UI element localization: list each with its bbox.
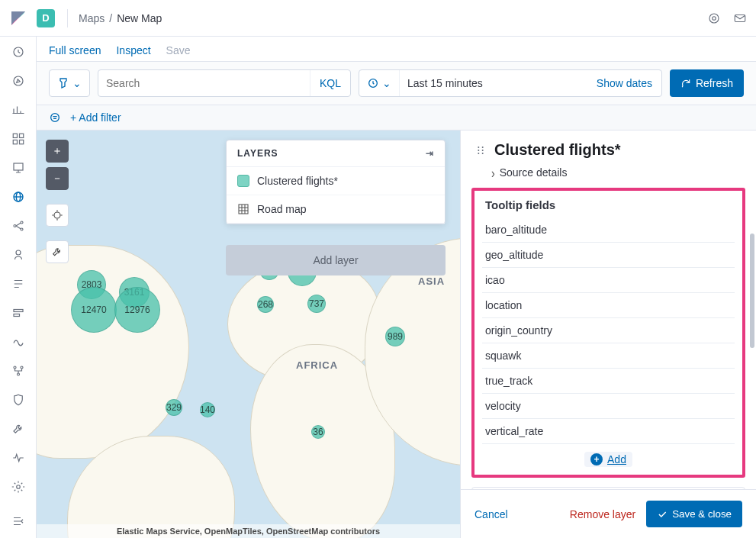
geo-label-africa: AFRICA — [296, 359, 338, 371]
breadcrumb-root[interactable]: Maps — [79, 12, 105, 24]
svg-point-28 — [478, 153, 479, 154]
zoom-out-button[interactable]: － — [46, 167, 69, 190]
svg-point-29 — [482, 147, 484, 148]
svg-point-14 — [21, 228, 23, 230]
tooltip-field-item[interactable]: true_track — [482, 369, 735, 394]
nav-discover-icon[interactable] — [11, 73, 26, 89]
left-nav-rail — [0, 37, 37, 538]
add-filter-link[interactable]: + Add filter — [70, 111, 121, 124]
filter-menu-icon[interactable] — [49, 111, 61, 124]
cluster-bubble[interactable]: 989 — [385, 327, 405, 346]
nav-metrics-icon[interactable] — [11, 247, 26, 263]
space-badge[interactable]: D — [37, 9, 55, 27]
tooltip-fields-section: Tooltip fields baro_altitudegeo_altitude… — [471, 188, 745, 478]
panel-title: Clustered flights* — [494, 141, 621, 159]
cluster-bubble[interactable]: 36 — [311, 425, 325, 439]
saved-query-button[interactable]: ⌄ — [49, 69, 90, 97]
time-picker[interactable]: ⌄ Last 15 minutes Show dates — [359, 69, 662, 97]
svg-rect-16 — [14, 310, 23, 312]
nav-canvas-icon[interactable] — [11, 160, 26, 176]
map-canvas[interactable]: ASIA AFRICA 2803124703161129761401831926… — [37, 130, 460, 538]
tooltip-field-item[interactable]: baro_altitude — [482, 217, 735, 243]
svg-rect-17 — [14, 314, 20, 317]
show-dates-link[interactable]: Show dates — [587, 70, 661, 96]
nav-endpoint-icon[interactable] — [11, 392, 26, 408]
cluster-bubble[interactable]: 12470 — [71, 287, 117, 333]
query-bar: ⌄ KQL ⌄ Last 15 minutes Show dates Refre… — [37, 62, 756, 105]
nav-management-icon[interactable] — [11, 479, 26, 495]
breadcrumb-current: New Map — [117, 12, 162, 24]
kibana-logo-icon[interactable] — [9, 9, 27, 27]
remove-layer-link[interactable]: Remove layer — [570, 508, 635, 520]
nav-dashboard-icon[interactable] — [11, 131, 26, 147]
nav-recent-icon[interactable] — [11, 44, 26, 60]
svg-rect-6 — [19, 134, 23, 137]
nav-maps-icon[interactable] — [11, 189, 26, 205]
tooltip-field-item[interactable]: vertical_rate — [482, 419, 735, 444]
save-link: Save — [166, 44, 191, 56]
tooltip-field-item[interactable]: location — [482, 293, 735, 318]
sorting-section[interactable]: Sorting — [471, 487, 745, 489]
zoom-in-button[interactable]: ＋ — [46, 140, 69, 163]
grab-handle-icon[interactable] — [475, 144, 487, 156]
nav-logs-icon[interactable] — [11, 276, 26, 292]
svg-rect-25 — [239, 205, 248, 214]
svg-rect-8 — [19, 140, 23, 144]
tooltip-field-item[interactable]: origin_country — [482, 318, 735, 343]
svg-point-24 — [54, 212, 60, 218]
cluster-bubble[interactable]: 268 — [257, 296, 274, 313]
cancel-link[interactable]: Cancel — [475, 508, 508, 520]
nav-collapse-icon[interactable] — [11, 514, 26, 529]
source-details-toggle[interactable]: Source details — [461, 163, 756, 188]
svg-point-12 — [14, 225, 16, 227]
kql-toggle[interactable]: KQL — [310, 70, 350, 96]
search-input[interactable] — [98, 70, 310, 96]
cluster-bubble[interactable]: 737 — [307, 295, 326, 313]
nav-ml-icon[interactable] — [11, 218, 26, 234]
app-menubar: Full screen Inspect Save — [37, 37, 756, 62]
cluster-bubble[interactable]: 140 — [200, 402, 215, 417]
svg-point-27 — [478, 150, 479, 151]
add-layer-button: Add layer — [226, 245, 446, 275]
chevron-right-icon — [491, 166, 495, 179]
cluster-bubble[interactable]: 329 — [166, 399, 182, 416]
nav-siem-icon[interactable] — [11, 363, 26, 379]
inspect-link[interactable]: Inspect — [116, 44, 150, 56]
tooltip-field-item[interactable]: velocity — [482, 394, 735, 419]
chevron-down-icon: ⌄ — [72, 77, 82, 89]
collapse-panel-icon[interactable]: ⇥ — [426, 148, 434, 159]
add-tooltip-field-link[interactable]: + Add — [584, 452, 632, 467]
svg-point-26 — [478, 147, 479, 148]
time-range-text[interactable]: Last 15 minutes — [400, 70, 587, 96]
refresh-button[interactable]: Refresh — [670, 69, 744, 97]
nav-uptime-icon[interactable] — [11, 334, 26, 350]
tooltip-field-item[interactable]: geo_altitude — [482, 243, 735, 268]
tools-button[interactable] — [46, 240, 69, 263]
layer-item-roadmap[interactable]: Road map — [227, 195, 445, 224]
nav-monitoring-icon[interactable] — [11, 450, 26, 466]
locate-button[interactable] — [46, 204, 69, 227]
cluster-bubble[interactable]: 12976 — [114, 287, 160, 333]
svg-rect-2 — [735, 14, 745, 21]
tooltip-fields-heading: Tooltip fields — [475, 191, 742, 217]
save-close-button[interactable]: Save & close — [646, 501, 742, 527]
nav-devtools-icon[interactable] — [11, 421, 26, 437]
layer-settings-panel: Clustered flights* Source details Toolti… — [460, 130, 756, 538]
fullscreen-link[interactable]: Full screen — [49, 44, 101, 56]
quick-select-button[interactable]: ⌄ — [359, 70, 400, 96]
tooltip-field-item[interactable]: icao — [482, 268, 735, 293]
layer-item-clustered[interactable]: Clustered flights* — [227, 167, 445, 195]
svg-point-13 — [21, 221, 23, 224]
filter-bar: + Add filter — [37, 105, 756, 130]
svg-point-23 — [51, 114, 60, 122]
newsfeed-icon[interactable] — [707, 11, 721, 25]
svg-point-15 — [16, 250, 21, 255]
svg-point-30 — [482, 150, 484, 151]
scrollbar[interactable] — [750, 234, 754, 348]
nav-apm-icon[interactable] — [11, 305, 26, 321]
nav-visualize-icon[interactable] — [11, 102, 26, 118]
plus-circle-icon: + — [590, 453, 603, 466]
mail-icon[interactable] — [733, 11, 747, 25]
tooltip-field-item[interactable]: squawk — [482, 343, 735, 369]
layer-label: Clustered flights* — [257, 175, 338, 187]
